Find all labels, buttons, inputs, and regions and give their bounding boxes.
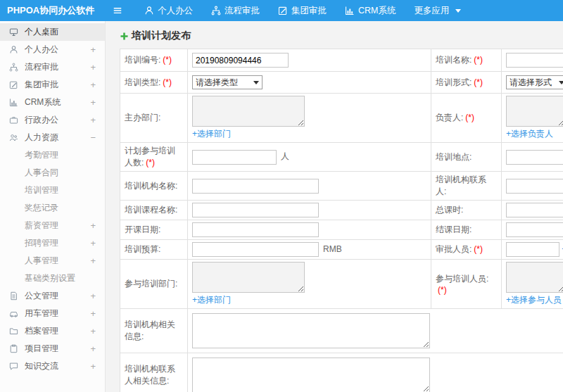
field-label: 结课日期: (436, 225, 472, 234)
nav-more-apps[interactable]: 更多应用 (405, 0, 470, 21)
sidebar-item-attendance[interactable]: 考勤管理 (0, 146, 105, 164)
sidebar-item-label: 人事合同 (25, 167, 58, 179)
join-department-textarea[interactable] (192, 262, 305, 293)
sidebar-item-personal-office[interactable]: 个人办公 + (0, 41, 105, 58)
training-mode-select[interactable]: 请选择形式 (506, 75, 563, 89)
total-hours-input[interactable] (506, 203, 563, 217)
sidebar-item-group-approval[interactable]: 集团审批 + (0, 76, 105, 94)
label-cell: 培训地点: (431, 143, 502, 172)
join-people-textarea[interactable] (506, 262, 563, 293)
sidebar-item-workflow-approval[interactable]: 流程审批 + (0, 58, 105, 76)
sidebar-item-project[interactable]: 项目管理 + (0, 340, 105, 358)
label-cell: 培训机构名称: (120, 172, 188, 201)
org-name-input[interactable] (192, 179, 319, 194)
budget-input[interactable] (192, 242, 319, 257)
expand-icon: + (90, 291, 96, 301)
sidebar-item-label: 用车管理 (25, 308, 58, 320)
currency-label: RMB (323, 244, 342, 254)
sidebar-item-hr-contract[interactable]: 人事合同 (0, 164, 105, 182)
end-date-input[interactable] (506, 222, 563, 237)
flow-icon (211, 6, 221, 15)
expand-icon: + (90, 220, 96, 231)
menu-toggle-icon[interactable] (106, 6, 129, 15)
sidebar-item-label: 考勤管理 (25, 149, 58, 161)
field-cell (188, 49, 431, 72)
sidebar-item-document[interactable]: 公文管理 + (0, 287, 105, 305)
sidebar-item-knowledge[interactable]: 知识交流 + (0, 358, 105, 375)
form-row: 培训课程名称: 总课时: (120, 201, 563, 220)
folder-icon (9, 327, 18, 336)
field-cell (188, 353, 563, 392)
field-cell (502, 220, 563, 240)
field-cell (502, 172, 563, 201)
app-logo[interactable]: PHPOA协同办公软件 (0, 4, 106, 17)
doc-icon (9, 291, 18, 301)
label-cell: 开课日期: (120, 220, 188, 240)
label-cell: 培训课程名称: (120, 201, 188, 220)
field-label: 审批人员: (436, 244, 472, 254)
select-join-people-link[interactable]: +选择参与人员 (506, 294, 562, 306)
sidebar-item-basic-category[interactable]: 基础类别设置 (0, 270, 105, 287)
host-department-textarea[interactable] (192, 96, 305, 127)
label-cell: 主办部门: (120, 94, 188, 143)
page-title: 培训计划发布 (132, 30, 191, 42)
label-cell: 培训预算: (120, 240, 188, 260)
sidebar-item-vehicle[interactable]: 用车管理 + (0, 305, 105, 322)
start-date-input[interactable] (192, 222, 319, 237)
sidebar-item-recruitment[interactable]: 招聘管理 + (0, 234, 105, 252)
field-cell (502, 201, 563, 220)
field-cell: 请选择形式 (502, 72, 563, 94)
select-department-link[interactable]: +选择部门 (192, 128, 231, 140)
training-type-select[interactable]: 请选择类型 (192, 75, 262, 89)
sidebar-item-label: 知识交流 (25, 360, 58, 372)
required-mark: (*) (465, 113, 474, 122)
form-row: 培训机构相关信息: (120, 309, 563, 353)
nav-group-approval[interactable]: 集团审批 (269, 0, 336, 21)
org-contact-info-textarea[interactable] (192, 358, 430, 392)
label-cell: 参与培训部门: (120, 260, 188, 309)
course-name-input[interactable] (192, 203, 319, 217)
expand-icon: + (90, 361, 96, 372)
sidebar-item-label: 档案管理 (25, 325, 58, 337)
field-cell: +选择部门 (188, 94, 431, 143)
field-cell (188, 309, 563, 353)
org-contact-input[interactable] (506, 179, 563, 194)
nav-personal-office[interactable]: 个人办公 (135, 0, 202, 21)
sidebar-item-personnel[interactable]: 人事管理 + (0, 252, 105, 270)
nav-label: CRM系统 (358, 5, 396, 17)
sidebar-item-admin-office[interactable]: 行政办公 + (0, 111, 105, 129)
nav-label: 个人办公 (158, 5, 193, 17)
training-number-input[interactable] (192, 53, 289, 68)
expand-icon: + (90, 62, 96, 72)
nav-workflow-approval[interactable]: 流程审批 (202, 0, 269, 21)
expand-icon: + (90, 97, 96, 108)
sidebar-item-crm[interactable]: CRM系统 + (0, 94, 105, 111)
nav-crm[interactable]: CRM系统 (336, 0, 405, 21)
location-input[interactable] (506, 150, 563, 165)
field-label: 培训预算: (125, 244, 160, 254)
sidebar-item-label: 行政办公 (25, 114, 58, 126)
field-label: 主办部门: (125, 113, 160, 122)
training-name-input[interactable] (506, 53, 563, 68)
sidebar-item-salary[interactable]: 薪资管理 + (0, 217, 105, 234)
field-label: 培训地点: (436, 152, 472, 162)
required-mark: (*) (146, 158, 155, 167)
org-info-textarea[interactable] (192, 313, 430, 348)
expand-icon: + (90, 308, 96, 319)
topbar: PHPOA协同办公软件 个人办公 流程审批 集团审批 CRM系统 更多应用 (0, 0, 563, 21)
sidebar-item-desktop[interactable]: 个人桌面 (0, 23, 105, 41)
sidebar-item-label: 流程审批 (25, 61, 58, 73)
plus-icon (120, 32, 129, 41)
sidebar-item-training[interactable]: 培训管理 (0, 182, 105, 199)
sidebar-item-reward-punishment[interactable]: 奖惩记录 (0, 199, 105, 217)
sidebar-item-hr[interactable]: 人力资源 − (0, 129, 105, 146)
select-join-department-link[interactable]: +选择部门 (192, 294, 231, 306)
approver-input[interactable] (506, 242, 559, 257)
top-navigation: 个人办公 流程审批 集团审批 CRM系统 更多应用 (135, 0, 470, 21)
planned-count-input[interactable] (192, 150, 277, 165)
label-cell: 结课日期: (431, 220, 502, 240)
sidebar-item-archive[interactable]: 档案管理 + (0, 322, 105, 340)
field-cell (188, 201, 431, 220)
leader-textarea[interactable] (506, 96, 563, 127)
select-leader-link[interactable]: +选择负责人 (506, 128, 553, 140)
